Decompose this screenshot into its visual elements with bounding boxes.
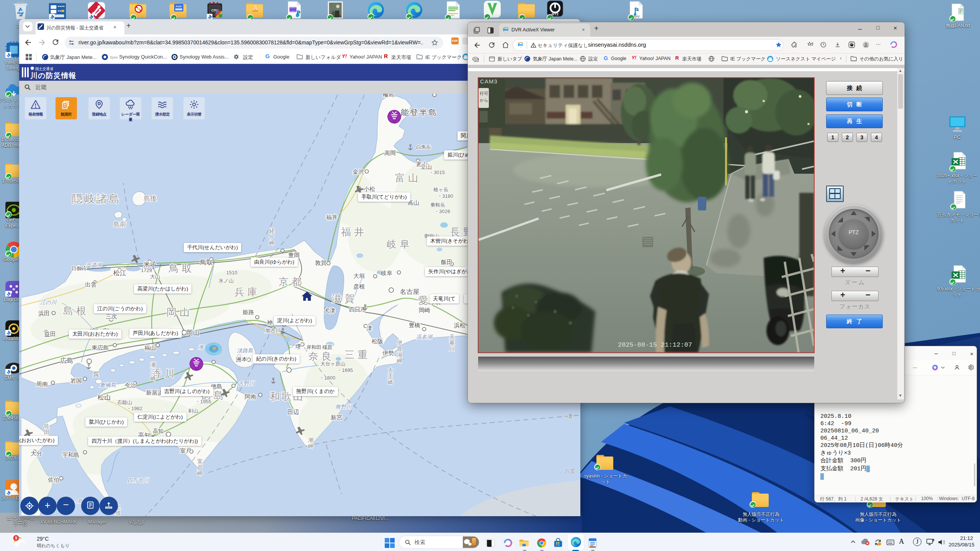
svg-text:輪島: 輪島	[383, 94, 394, 98]
svg-text:鳥取: 鳥取	[168, 262, 195, 274]
svg-text:吉野川: 吉野川	[238, 380, 255, 386]
svg-text:新宮: 新宮	[331, 414, 342, 421]
svg-text:四日市: 四日市	[349, 306, 366, 313]
svg-text:隠岐諸島: 隠岐諸島	[72, 193, 121, 205]
svg-text:大山: 大山	[150, 274, 160, 279]
svg-text:竜: 竜	[449, 340, 455, 346]
svg-text:浜名湖: 浜名湖	[416, 334, 433, 340]
svg-text:京都: 京都	[279, 276, 305, 287]
svg-text:1510: 1510	[226, 270, 237, 276]
svg-text:倉橋島: 倉橋島	[100, 382, 116, 388]
svg-text:剣山: 剣山	[188, 408, 198, 414]
svg-text:益田: 益田	[44, 331, 56, 337]
svg-text:・3026: ・3026	[434, 209, 450, 214]
svg-text:槍ヶ岳: 槍ヶ岳	[433, 187, 448, 192]
svg-text:富山: 富山	[395, 172, 421, 184]
svg-text:2025-08-15 21:12:07: 2025-08-15 21:12:07	[618, 341, 692, 349]
svg-text:ケ: ケ	[269, 234, 274, 240]
svg-text:・1955: ・1955	[195, 399, 211, 404]
svg-text:鳥取: 鳥取	[199, 259, 213, 266]
svg-text:堺: 堺	[295, 343, 301, 350]
svg-text:福山: 福山	[144, 344, 156, 351]
svg-text:天: 天	[449, 334, 455, 340]
svg-text:奈良: 奈良	[309, 350, 335, 362]
svg-text:東広島: 東広島	[92, 344, 109, 351]
svg-text:Ackie: Ackie	[176, 5, 182, 8]
svg-text:王: 王	[388, 373, 393, 379]
svg-text:阿南: 阿南	[245, 393, 256, 400]
svg-text:川: 川	[449, 346, 455, 352]
svg-text:宇和島: 宇和島	[62, 452, 80, 458]
svg-text:佐: 佐	[44, 423, 49, 429]
svg-text:1729・: 1729・	[141, 267, 157, 273]
svg-text:室戸: 室戸	[180, 447, 191, 454]
svg-text:岬: 岬	[269, 240, 274, 246]
svg-text:岐阜: 岐阜	[387, 238, 413, 250]
svg-text:浜松: 浜松	[454, 322, 466, 328]
svg-text:戸: 戸	[197, 464, 203, 470]
svg-text:崎: 崎	[150, 375, 156, 381]
svg-text:宍道湖: 宍道湖	[86, 262, 103, 268]
svg-text:豊橋: 豊橋	[409, 322, 420, 328]
svg-text:良: 良	[397, 346, 402, 352]
svg-text:岐阜: 岐阜	[381, 270, 392, 276]
svg-text:大台ヶ原山: 大台ヶ原山	[320, 361, 345, 367]
svg-text:・3015: ・3015	[429, 170, 445, 175]
svg-text:田: 田	[44, 429, 49, 435]
svg-text:洲本: 洲本	[236, 356, 247, 362]
svg-text:広島: 広島	[60, 357, 73, 364]
svg-text:崎: 崎	[388, 379, 393, 385]
svg-text:経: 経	[269, 228, 274, 234]
svg-text:姫路: 姫路	[242, 309, 254, 315]
svg-text:敦賀: 敦賀	[315, 259, 327, 266]
svg-text:八丈: 八丈	[565, 468, 575, 474]
svg-text:福井: 福井	[341, 226, 367, 238]
svg-text:兵庫: 兵庫	[234, 286, 260, 298]
svg-text:三重: 三重	[345, 349, 371, 360]
svg-text:CAM3: CAM3	[480, 78, 498, 85]
svg-text:・3180: ・3180	[437, 193, 453, 199]
svg-text:浜田: 浜田	[38, 310, 50, 316]
svg-text:大分: 大分	[31, 450, 42, 456]
svg-text:島前: 島前	[113, 221, 126, 228]
svg-text:三: 三	[150, 368, 156, 375]
svg-text:三次: 三次	[106, 313, 117, 320]
svg-text:岩国: 岩国	[70, 377, 82, 384]
svg-text:島後: 島後	[144, 195, 157, 202]
svg-text:NT2: NT2	[552, 12, 559, 16]
svg-text:岡山: 岡山	[186, 329, 199, 336]
svg-text:出雲: 出雲	[85, 281, 96, 288]
svg-text:周南: 周南	[36, 381, 48, 387]
svg-text:岡崎: 岡崎	[419, 307, 430, 313]
svg-text:佐伯: 佐伯	[48, 476, 59, 483]
svg-text:田辺: 田辺	[287, 409, 299, 415]
svg-text:岸和田: 岸和田	[307, 344, 322, 350]
svg-text:伊: 伊	[397, 339, 402, 346]
svg-text:呉: 呉	[93, 371, 99, 377]
svg-text:松阪: 松阪	[372, 338, 383, 344]
svg-text:金沢: 金沢	[353, 168, 364, 175]
svg-text:松江: 松江	[113, 269, 126, 277]
svg-text:名古屋: 名古屋	[400, 288, 420, 295]
svg-text:高岡: 高岡	[384, 150, 396, 156]
svg-text:白馬岳: 白馬岳	[416, 144, 431, 150]
svg-text:小松: 小松	[363, 186, 375, 192]
svg-text:今治: 今治	[124, 382, 136, 388]
svg-text:大津: 大津	[324, 307, 335, 314]
svg-text:橿原: 橿原	[322, 344, 332, 350]
svg-text:・1695: ・1695	[337, 367, 353, 373]
svg-text:島根: 島根	[63, 305, 89, 316]
svg-text:湖: 湖	[397, 352, 402, 358]
svg-text:淡路島: 淡路島	[237, 347, 253, 354]
svg-text:岬: 岬	[397, 358, 402, 364]
svg-text:岬: 岬	[308, 443, 314, 449]
svg-text:加古川: 加古川	[266, 328, 281, 333]
svg-text:・1800: ・1800	[319, 375, 335, 381]
svg-text:岡山: 岡山	[167, 306, 193, 318]
svg-text:氷ノ山: 氷ノ山	[219, 278, 234, 284]
svg-text:瀬: 瀬	[150, 362, 156, 368]
svg-text:9: 9	[15, 536, 17, 540]
svg-text:潮: 潮	[308, 437, 314, 443]
svg-text:伊勢: 伊勢	[382, 350, 394, 356]
svg-text:大垣: 大垣	[353, 272, 365, 279]
